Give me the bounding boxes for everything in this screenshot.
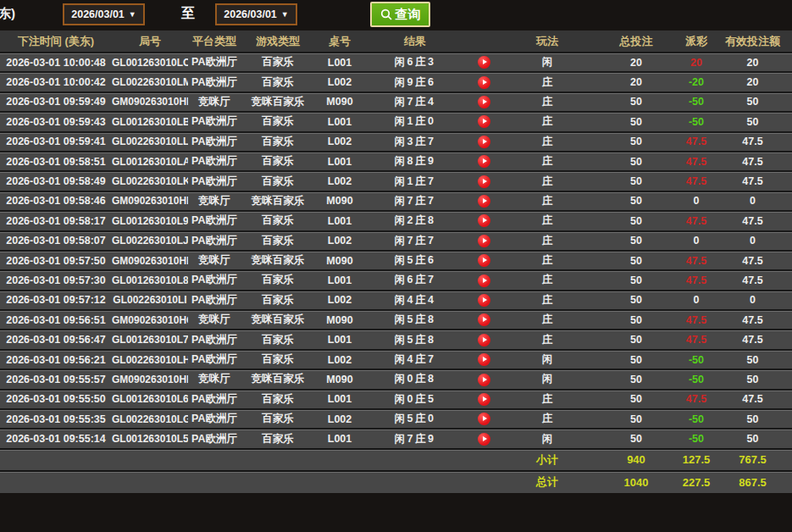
play-icon[interactable] <box>478 374 490 386</box>
replay-cell <box>466 72 501 91</box>
bet-time-cell: 2026-03-01 09:58:51 <box>0 152 112 171</box>
valid-bet-cell: 47.5 <box>713 211 792 230</box>
toolbar: 东) 2026/03/01 ▼ 至 2026/03/01 ▼ 查询 <box>0 0 792 30</box>
table-no-cell: L001 <box>315 429 364 448</box>
bet-type-cell: 庄 <box>501 330 593 349</box>
payout-cell: 47.5 <box>679 152 713 171</box>
bet-type-cell: 庄 <box>501 211 593 230</box>
valid-bet-cell: 47.5 <box>713 132 792 152</box>
total-bet-cell: 50 <box>593 251 679 270</box>
result-cell: 闲0庄8 <box>364 369 466 389</box>
play-icon[interactable] <box>478 334 490 346</box>
play-icon[interactable] <box>478 274 490 287</box>
platform-type-cell: PA欧洲厅 <box>188 132 241 152</box>
replay-cell <box>466 53 501 72</box>
table-row: 2026-03-01 09:56:47 GL001263010L7 PA欧洲厅 … <box>0 330 792 349</box>
total-row: 总计 1040 227.5 867.5 <box>0 471 792 493</box>
date-to-select[interactable]: 2026/03/01 ▼ <box>215 3 297 25</box>
total-bet-cell: 50 <box>593 409 679 429</box>
result-cell: 闲8庄9 <box>364 152 466 171</box>
play-icon[interactable] <box>478 56 490 69</box>
header-bet-time: 下注时间 (美东) <box>0 30 112 53</box>
total-bet-cell: 50 <box>593 171 679 191</box>
total-bet-cell: 50 <box>593 310 679 330</box>
table-no-cell: L001 <box>315 390 364 409</box>
header-bet-type: 玩法 <box>501 30 593 53</box>
replay-cell <box>466 92 501 112</box>
game-type-cell: 百家乐 <box>241 171 315 191</box>
payout-cell: -50 <box>679 429 713 448</box>
play-icon[interactable] <box>478 214 490 227</box>
play-icon[interactable] <box>478 235 490 247</box>
bet-type-cell: 庄 <box>501 132 593 152</box>
play-icon[interactable] <box>478 136 490 148</box>
game-type-cell: 百家乐 <box>241 231 315 251</box>
bet-time-cell: 2026-03-01 09:55:50 <box>0 390 112 409</box>
replay-cell <box>466 231 501 251</box>
table-row: 2026-03-01 09:55:57 GM090263010HB 竞咪厅 竞咪… <box>0 369 792 389</box>
play-icon[interactable] <box>478 155 490 168</box>
platform-type-cell: PA欧洲厅 <box>188 231 241 251</box>
valid-bet-cell: 0 <box>713 191 792 211</box>
game-type-cell: 百家乐 <box>241 409 315 429</box>
header-total-bet: 总投注 <box>593 30 679 53</box>
play-triangle <box>483 198 487 203</box>
table-no-cell: L002 <box>315 409 364 429</box>
bet-time-cell: 2026-03-01 09:57:12 <box>0 291 112 310</box>
play-icon[interactable] <box>478 294 490 307</box>
result-cell: 闲4庄7 <box>364 350 466 369</box>
bet-type-cell: 庄 <box>501 251 593 270</box>
table-no-cell: M090 <box>315 310 364 330</box>
payout-cell: -50 <box>679 409 713 429</box>
chevron-down-icon: ▼ <box>281 10 289 19</box>
play-icon[interactable] <box>478 433 490 446</box>
result-cell: 闲6庄3 <box>364 53 466 72</box>
round-id-cell: GL001263010LA <box>112 152 188 171</box>
game-type-cell: 百家乐 <box>241 53 315 72</box>
clipped-timezone-label: 东) <box>0 6 15 22</box>
table-row: 2026-03-01 09:57:50 GM090263010HD 竞咪厅 竞咪… <box>0 251 792 270</box>
play-icon[interactable] <box>478 413 490 425</box>
play-triangle <box>483 396 487 402</box>
round-id-cell: GL002263010LM <box>112 72 188 91</box>
play-icon[interactable] <box>478 195 490 208</box>
round-id-cell: GL001263010L6 <box>112 390 188 409</box>
play-icon[interactable] <box>478 96 490 108</box>
play-icon[interactable] <box>478 353 490 366</box>
header-replay <box>466 30 501 53</box>
play-icon[interactable] <box>478 76 490 89</box>
payout-cell: -20 <box>679 72 713 91</box>
total-label: 总计 <box>501 471 593 493</box>
play-icon[interactable] <box>478 254 490 267</box>
table-row: 2026-03-01 09:57:30 GL001263010L8 PA欧洲厅 … <box>0 270 792 290</box>
header-result: 结果 <box>364 30 466 53</box>
table-row: 2026-03-01 09:59:49 GM090263010HF 竞咪厅 竞咪… <box>0 92 792 112</box>
result-cell: 闲3庄7 <box>364 132 466 152</box>
table-row: 2026-03-01 09:58:49 GL002263010LK PA欧洲厅 … <box>0 171 792 191</box>
play-triangle <box>483 59 487 64</box>
play-icon[interactable] <box>478 313 490 326</box>
round-id-cell: GM090263010HE <box>112 191 188 211</box>
platform-type-cell: PA欧洲厅 <box>188 390 241 409</box>
bet-time-cell: 2026-03-01 09:59:43 <box>0 112 112 131</box>
play-icon[interactable] <box>478 175 490 188</box>
total-bet-cell: 50 <box>593 211 679 230</box>
play-icon[interactable] <box>478 115 490 128</box>
play-triangle <box>483 218 487 223</box>
play-icon[interactable] <box>478 393 490 406</box>
bet-time-cell: 2026-03-01 09:58:17 <box>0 211 112 230</box>
bet-type-cell: 庄 <box>501 310 593 330</box>
date-to-value: 2026/03/01 <box>224 8 277 20</box>
total-bet-cell: 50 <box>593 191 679 211</box>
table-no-cell: L001 <box>315 112 364 131</box>
total-bet-cell: 50 <box>593 350 679 369</box>
query-button[interactable]: 查询 <box>370 2 430 27</box>
table-no-cell: L001 <box>315 211 364 230</box>
table-no-cell: L002 <box>315 72 364 91</box>
result-cell: 闲9庄6 <box>364 72 466 91</box>
date-from-select[interactable]: 2026/03/01 ▼ <box>63 3 145 25</box>
bet-type-cell: 闲 <box>501 369 593 389</box>
bet-type-cell: 闲 <box>501 53 593 72</box>
platform-type-cell: 竞咪厅 <box>188 310 241 330</box>
table-no-cell: L002 <box>315 171 364 191</box>
